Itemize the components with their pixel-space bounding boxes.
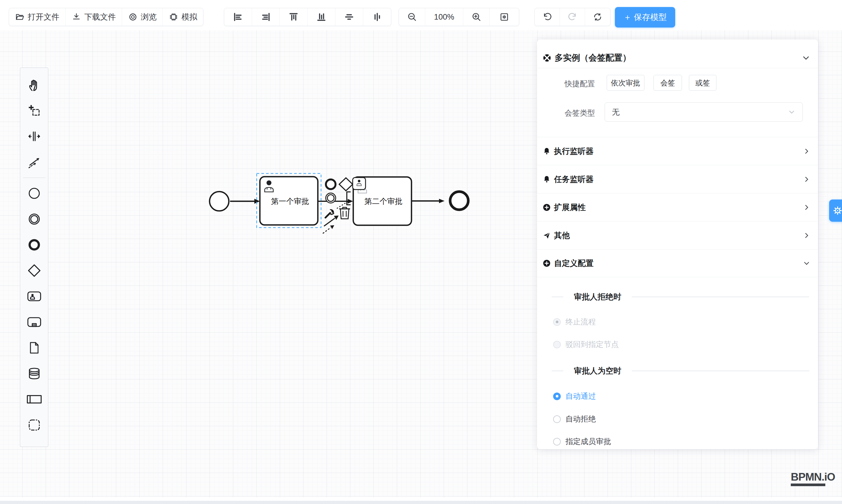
approver-reject-heading: 审批人拒绝时 [537, 292, 818, 302]
undo-icon [542, 12, 552, 22]
radio-reject-to-node[interactable]: 驳回到指定节点 [553, 339, 619, 349]
palette-data-store[interactable] [20, 361, 48, 386]
fit-viewport-button[interactable] [490, 8, 519, 26]
radio-auto-pass[interactable]: 自动通过 [553, 391, 596, 401]
start-event-shape[interactable] [210, 192, 229, 211]
section-label: 扩展属性 [554, 202, 803, 213]
data-store-icon [27, 366, 41, 381]
download-icon [71, 12, 81, 22]
global-connect-tool[interactable] [20, 149, 48, 175]
append-user-task-button[interactable] [353, 178, 366, 190]
delete-trash-button[interactable] [339, 208, 350, 219]
append-gateway-button[interactable] [339, 178, 353, 191]
chevron-down-icon[interactable] [802, 54, 810, 62]
radio-auto-reject[interactable]: 自动拒绝 [553, 414, 596, 424]
palette-participant-pool[interactable] [20, 386, 48, 412]
align-left-button[interactable] [224, 8, 252, 26]
participant-pool-icon [27, 393, 42, 406]
lasso-tool[interactable] [20, 98, 48, 123]
zoom-in-button[interactable] [463, 8, 490, 26]
sign-type-select[interactable]: 无 [604, 102, 803, 122]
align-left-icon [233, 12, 243, 22]
radio-label: 终止流程 [565, 317, 596, 327]
append-end-event-button[interactable] [326, 180, 336, 189]
palette-user-task[interactable] [20, 284, 48, 309]
bpmn-io-watermark[interactable]: BPMN.iO [791, 471, 835, 486]
undo-button[interactable] [535, 8, 560, 26]
save-model-label: 保存模型 [634, 12, 667, 23]
orsign-label: 或签 [695, 78, 710, 88]
sequential-label: 依次审批 [611, 78, 641, 88]
redo-button[interactable] [560, 8, 585, 26]
quick-config-countersign-button[interactable]: 会签 [653, 75, 682, 91]
sign-type-label: 会签类型 [564, 108, 595, 118]
sequence-flow-1[interactable] [230, 199, 260, 204]
plus-circle-icon [542, 203, 551, 212]
reset-icon [592, 12, 603, 22]
bell-icon [542, 175, 551, 184]
space-tool[interactable] [20, 123, 48, 149]
sequence-flow-3[interactable] [411, 199, 444, 203]
align-top-button[interactable] [280, 8, 308, 26]
multi-instance-header[interactable]: 多实例（会签配置） [537, 48, 818, 68]
properties-panel: 多实例（会签配置） 快捷配置 依次审批 会签 或签 会签类型 无 执行监听器 任… [537, 39, 818, 449]
append-intermediate-event-button[interactable] [326, 193, 336, 203]
align-center-horizontal-button[interactable] [363, 8, 391, 26]
end-event-icon [27, 238, 41, 252]
palette-data-object[interactable] [20, 335, 48, 361]
zoom-in-icon [471, 12, 482, 22]
lasso-icon [27, 104, 41, 118]
heading-line-left [552, 371, 563, 371]
section-others[interactable]: 其他 [537, 221, 818, 249]
task1-label: 第一个审批 [271, 197, 309, 205]
preview-button[interactable]: 浏览 [122, 8, 163, 26]
palette-subprocess[interactable] [20, 309, 48, 335]
align-center-vertical-button[interactable] [335, 8, 363, 26]
palette-end-event[interactable] [20, 232, 48, 258]
align-right-button[interactable] [252, 8, 280, 26]
chevron-down-icon [803, 259, 810, 267]
quick-config-label: 快捷配置 [564, 79, 595, 89]
section-custom-config[interactable]: 自定义配置 [537, 249, 818, 277]
download-file-button[interactable]: 下载文件 [66, 8, 122, 26]
align-top-icon [288, 12, 299, 22]
open-file-button[interactable]: 打开文件 [9, 8, 66, 26]
palette-group[interactable] [20, 412, 48, 438]
section-execution-listener[interactable]: 执行监听器 [537, 137, 818, 165]
zoom-out-button[interactable] [399, 8, 425, 26]
align-center-vertical-icon [344, 12, 354, 22]
sign-type-value: 无 [612, 107, 788, 117]
quick-config-orsign-button[interactable]: 或签 [689, 75, 716, 91]
palette-gateway[interactable] [20, 258, 48, 284]
gateway-icon [27, 263, 41, 278]
file-toolbar-group: 打开文件 下载文件 浏览 模拟 [9, 8, 204, 26]
reset-button[interactable] [585, 8, 610, 26]
zoom-out-icon [407, 12, 417, 22]
section-label: 执行监听器 [554, 146, 803, 157]
bpmn-io-logo-underline [791, 484, 825, 486]
download-file-label: 下载文件 [84, 12, 116, 22]
element-palette [20, 68, 48, 447]
hand-tool[interactable] [20, 72, 48, 98]
task1-shape[interactable]: 第一个审批 [260, 177, 318, 225]
gear-icon [832, 205, 842, 216]
palette-intermediate-event[interactable] [20, 206, 48, 232]
align-right-icon [261, 12, 271, 22]
settings-toggle-tab[interactable] [829, 199, 842, 222]
section-task-listener[interactable]: 任务监听器 [537, 165, 818, 193]
chevron-right-icon [803, 203, 810, 211]
fit-viewport-icon [499, 12, 510, 22]
radio-terminate-process[interactable]: 终止流程 [553, 317, 596, 327]
end-event-shape[interactable] [450, 192, 468, 210]
chevron-right-icon [803, 147, 810, 155]
simulate-button[interactable]: 模拟 [163, 8, 203, 26]
horizontal-scrollbar[interactable] [0, 501, 842, 504]
section-extended-attributes[interactable]: 扩展属性 [537, 193, 818, 221]
bpmn-io-logo-text: BPMN.iO [791, 471, 835, 483]
quick-config-sequential-button[interactable]: 依次审批 [607, 75, 645, 91]
align-bottom-button[interactable] [308, 8, 335, 26]
save-model-button[interactable]: ＋ 保存模型 [615, 7, 675, 28]
radio-assign-member[interactable]: 指定成员审批 [553, 436, 611, 447]
palette-start-event[interactable] [20, 180, 48, 206]
change-type-wrench-button[interactable] [326, 209, 334, 218]
